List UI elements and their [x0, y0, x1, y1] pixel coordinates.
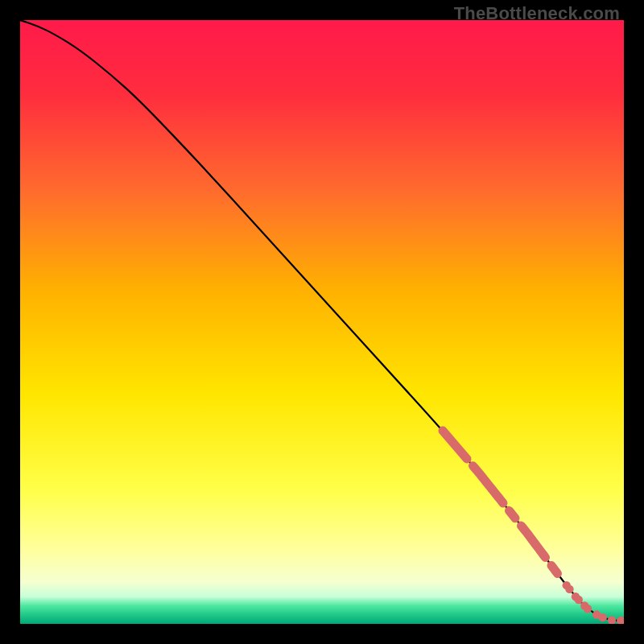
highlight-segment [510, 510, 516, 518]
bottleneck-chart [20, 20, 624, 624]
watermark-text: TheBottleneck.com [454, 3, 620, 24]
highlight-segment [551, 566, 558, 574]
highlight-dot [584, 605, 592, 613]
highlight-dot [575, 596, 583, 604]
highlight-dot [599, 613, 607, 621]
highlight-dot [565, 585, 573, 593]
chart-background [20, 20, 624, 624]
